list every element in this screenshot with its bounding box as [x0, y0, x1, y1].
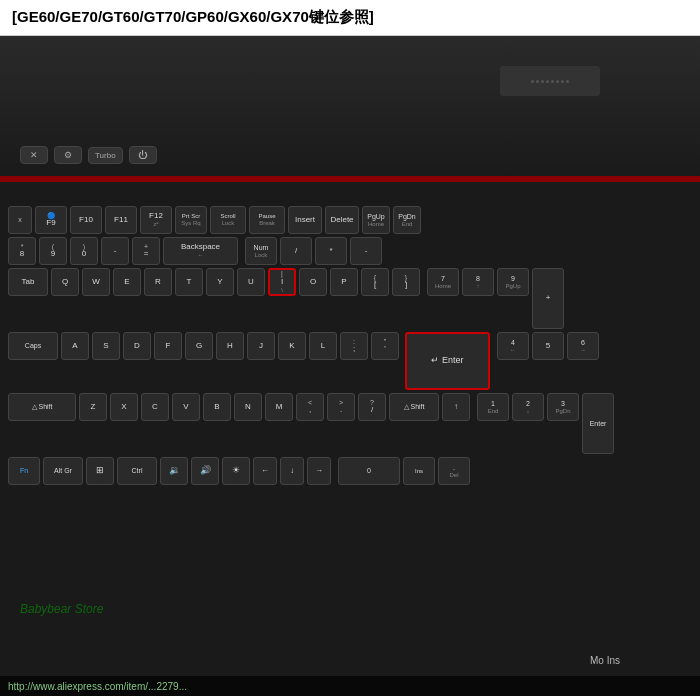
control-buttons-row: ✕ ⚙ Turbo ⏻ — [20, 146, 157, 164]
key-z[interactable]: Z — [79, 393, 107, 421]
qwerty-row: Tab Q W E R T Y U | I \ O P { [ — [8, 268, 692, 329]
key-pgup[interactable]: PgUp Home — [362, 206, 390, 234]
key-arrow-right[interactable]: → — [307, 457, 331, 485]
key-j[interactable]: J — [247, 332, 275, 360]
key-numpad-minus[interactable]: - — [350, 237, 382, 265]
key-w[interactable]: W — [82, 268, 110, 296]
mo-ins-label: Mo Ins — [590, 655, 620, 666]
watermark: Babybear Store — [20, 602, 103, 616]
key-win[interactable]: ⊞ — [86, 457, 114, 485]
key-brace-close[interactable]: } ] — [392, 268, 420, 296]
key-quote[interactable]: " ' — [371, 332, 399, 360]
key-numpad-4[interactable]: 4 ← — [497, 332, 529, 360]
key-prtscr[interactable]: Prt Scr Sys Rq — [175, 206, 207, 234]
key-numpad-plus[interactable]: + — [532, 268, 564, 329]
key-u[interactable]: U — [237, 268, 265, 296]
key-asterisk-8[interactable]: * 8 — [8, 237, 36, 265]
key-alt-gr[interactable]: Alt Gr — [43, 457, 83, 485]
key-paren-open-9[interactable]: ( 9 — [39, 237, 67, 265]
key-brightness[interactable]: ☀ — [222, 457, 250, 485]
key-c[interactable]: C — [141, 393, 169, 421]
key-shift-left[interactable]: △ Shift — [8, 393, 76, 421]
key-e[interactable]: E — [113, 268, 141, 296]
turbo-button[interactable]: Turbo — [88, 147, 123, 164]
key-numpad-9[interactable]: 9 PgUp — [497, 268, 529, 296]
key-l[interactable]: L — [309, 332, 337, 360]
url-text: http://www.aliexpress.com/item/...2279..… — [8, 681, 187, 692]
key-numpad-5[interactable]: 5 — [532, 332, 564, 360]
key-insert[interactable]: Insert — [288, 206, 322, 234]
key-r[interactable]: R — [144, 268, 172, 296]
key-i[interactable]: | I \ — [268, 268, 296, 296]
key-volume-up[interactable]: 🔊 — [191, 457, 219, 485]
key-capslock[interactable]: Caps — [8, 332, 58, 360]
key-semicolon[interactable]: : ; — [340, 332, 368, 360]
key-paren-close-0[interactable]: ) 0 — [70, 237, 98, 265]
key-numpad-7[interactable]: 7 Home — [427, 268, 459, 296]
key-s[interactable]: S — [92, 332, 120, 360]
key-shift-right[interactable]: △ Shift — [389, 393, 439, 421]
key-arrow-up[interactable]: ↑ — [442, 393, 470, 421]
key-numpad-0[interactable]: 0 — [338, 457, 400, 485]
key-q[interactable]: Q — [51, 268, 79, 296]
key-backspace[interactable]: Backspace ← — [163, 237, 238, 265]
settings-button[interactable]: ⚙ — [54, 146, 82, 164]
asdf-row: Caps A S D F G H J K L : ; " ' — [8, 332, 692, 390]
key-f12[interactable]: F12 z² — [140, 206, 172, 234]
key-numpad-1[interactable]: 1 End — [477, 393, 509, 421]
key-brace-open[interactable]: { [ — [361, 268, 389, 296]
key-scrolllock[interactable]: Scroll Lock — [210, 206, 246, 234]
key-minus[interactable]: - — [101, 237, 129, 265]
key-fn[interactable]: Fn — [8, 457, 40, 485]
key-plus-equals[interactable]: + = — [132, 237, 160, 265]
key-esc[interactable]: x — [8, 206, 32, 234]
key-volume-down[interactable]: 🔉 — [160, 457, 188, 485]
key-numpad-3[interactable]: 3 PgDn — [547, 393, 579, 421]
key-comma[interactable]: < , — [296, 393, 324, 421]
key-numpad-asterisk[interactable]: * — [315, 237, 347, 265]
mute-button[interactable]: ✕ — [20, 146, 48, 164]
key-x[interactable]: X — [110, 393, 138, 421]
key-tab[interactable]: Tab — [8, 268, 48, 296]
key-delete[interactable]: Delete — [325, 206, 359, 234]
key-k[interactable]: K — [278, 332, 306, 360]
power-button[interactable]: ⏻ — [129, 146, 157, 164]
key-y[interactable]: Y — [206, 268, 234, 296]
key-numpad-8[interactable]: 8 ↑ — [462, 268, 494, 296]
key-p[interactable]: P — [330, 268, 358, 296]
key-t[interactable]: T — [175, 268, 203, 296]
number-key-row: * 8 ( 9 ) 0 - + = Backspace ← — [8, 237, 692, 265]
key-h[interactable]: H — [216, 332, 244, 360]
key-f[interactable]: F — [154, 332, 182, 360]
red-accent-strip — [0, 176, 700, 182]
key-period[interactable]: > . — [327, 393, 355, 421]
key-enter[interactable]: ↵ Enter — [405, 332, 490, 390]
key-numpad-slash[interactable]: / — [280, 237, 312, 265]
key-v[interactable]: V — [172, 393, 200, 421]
key-f10[interactable]: F10 — [70, 206, 102, 234]
key-ctrl-right[interactable]: Ctrl — [117, 457, 157, 485]
key-pgdn[interactable]: PgDn End — [393, 206, 421, 234]
key-g[interactable]: G — [185, 332, 213, 360]
key-f11[interactable]: F11 — [105, 206, 137, 234]
key-numpad-6[interactable]: 6 → — [567, 332, 599, 360]
speaker-grille — [500, 66, 600, 96]
key-n[interactable]: N — [234, 393, 262, 421]
key-f9[interactable]: 🔵 F9 — [35, 206, 67, 234]
key-o[interactable]: O — [299, 268, 327, 296]
title-bar: [GE60/GE70/GT60/GT70/GP60/GX60/GX70键位参照] — [0, 0, 700, 36]
key-numpad-ins[interactable]: Ins — [403, 457, 435, 485]
key-pause[interactable]: Pause Break — [249, 206, 285, 234]
key-d[interactable]: D — [123, 332, 151, 360]
key-a[interactable]: A — [61, 332, 89, 360]
function-key-row: x 🔵 F9 F10 F11 F12 z² Prt Scr Sys Rq Scr… — [8, 206, 692, 234]
key-numpad-2[interactable]: 2 ↓ — [512, 393, 544, 421]
key-b[interactable]: B — [203, 393, 231, 421]
key-numpad-dot-del[interactable]: . Del — [438, 457, 470, 485]
key-numlock[interactable]: Num Lock — [245, 237, 277, 265]
key-arrow-down[interactable]: ↓ — [280, 457, 304, 485]
key-numpad-enter[interactable]: Enter — [582, 393, 614, 454]
key-m[interactable]: M — [265, 393, 293, 421]
key-slash[interactable]: ? / — [358, 393, 386, 421]
key-arrow-left[interactable]: ← — [253, 457, 277, 485]
